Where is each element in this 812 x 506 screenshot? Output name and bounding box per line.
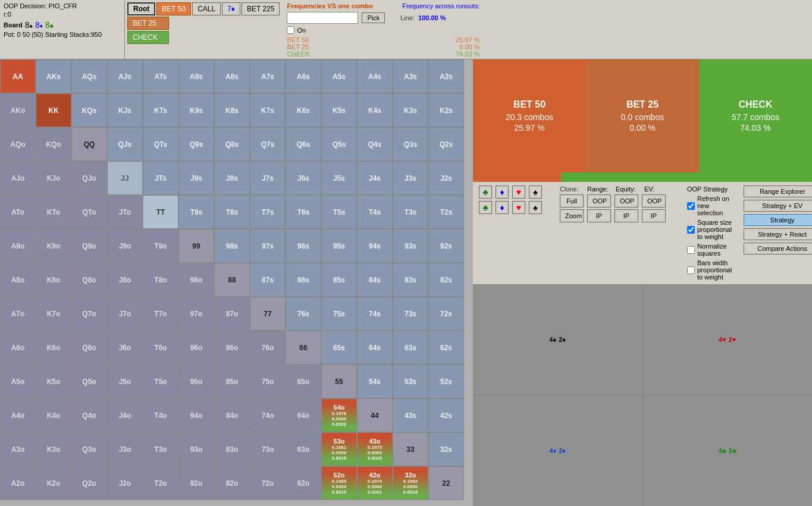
matrix-cell[interactable]: Q4s [357, 127, 393, 161]
matrix-cell[interactable]: A6o [0, 331, 36, 364]
matrix-cell[interactable]: A8s [214, 59, 250, 93]
matrix-cell[interactable]: 92o [178, 466, 214, 500]
matrix-cell[interactable]: J8s [214, 161, 250, 195]
matrix-cell[interactable]: A4s [357, 59, 393, 93]
matrix-cell[interactable]: T5s [321, 195, 357, 229]
matrix-cell[interactable]: TT [143, 195, 178, 229]
matrix-cell[interactable]: T7s [250, 195, 286, 229]
matrix-cell[interactable]: Q3s [393, 127, 428, 161]
matrix-cell[interactable]: T6o [143, 331, 178, 364]
matrix-cell[interactable]: J5s [321, 161, 357, 195]
card-diamond-quadrant[interactable]: 4♦ 2♦ [473, 395, 642, 506]
matrix-cell[interactable]: KQo [36, 127, 71, 161]
full-button[interactable]: Full [560, 194, 584, 208]
matrix-cell[interactable]: KTs [143, 93, 178, 127]
matrix-cell[interactable]: KJo [36, 161, 71, 195]
matrix-cell[interactable]: 84s [357, 263, 393, 297]
matrix-cell[interactable]: 53s [393, 364, 428, 398]
normalize-checkbox[interactable] [687, 246, 695, 254]
matrix-cell[interactable]: JTo [107, 195, 143, 229]
suit-heart-1[interactable]: ♥ [512, 186, 525, 199]
suit-heart-2[interactable]: ♥ [512, 201, 525, 214]
bet225-button[interactable]: BET 225 [242, 2, 280, 15]
matrix-cell[interactable]: QTs [143, 127, 178, 161]
matrix-cell[interactable]: J6o [107, 331, 143, 364]
matrix-cell[interactable]: K6o [36, 331, 71, 364]
matrix-cell[interactable]: 53o0.18810.00000.8019 [321, 432, 357, 466]
matrix-cell[interactable]: 93o [178, 432, 214, 466]
matrix-cell[interactable]: 98s [214, 229, 250, 263]
matrix-cell[interactable]: Q6s [286, 127, 321, 161]
matrix-cell[interactable]: 55 [321, 364, 357, 398]
matrix-cell[interactable]: Q7s [250, 127, 286, 161]
card-spade-quadrant[interactable]: 4♠ 2♠ [473, 284, 642, 395]
strategy-button[interactable]: Strategy [744, 214, 812, 226]
matrix-cell[interactable]: J7o [107, 297, 143, 331]
matrix-cell[interactable]: 65o [286, 364, 321, 398]
matrix-cell[interactable]: A2s [428, 59, 464, 93]
zoom-button[interactable]: Zoom [560, 209, 584, 222]
matrix-cell[interactable]: T8o [143, 263, 178, 297]
matrix-cell[interactable]: ATo [0, 195, 36, 229]
matrix-cell[interactable]: AQs [71, 59, 107, 93]
oop-button-3[interactable]: OOP [642, 194, 666, 208]
bet25-button[interactable]: BET 25 [127, 17, 169, 30]
matrix-cell[interactable]: 95o [178, 364, 214, 398]
matrix-cell[interactable]: 72o [250, 466, 286, 500]
matrix-cell[interactable]: T3s [393, 195, 428, 229]
matrix-cell[interactable]: 98o [178, 263, 214, 297]
matrix-cell[interactable]: K9s [178, 93, 214, 127]
matrix-cell[interactable]: A4o [0, 398, 36, 432]
matrix-cell[interactable]: 54o0.19780.00000.8022 [321, 398, 357, 432]
suit-diamond-2[interactable]: ♦ [496, 201, 509, 214]
matrix-cell[interactable]: 86o [214, 331, 250, 364]
matrix-cell[interactable]: 73o [250, 432, 286, 466]
matrix-cell[interactable]: Q2s [428, 127, 464, 161]
matrix-cell[interactable]: 54s [357, 364, 393, 398]
matrix-cell[interactable]: 83o [214, 432, 250, 466]
matrix-cell[interactable]: 43o0.19750.00000.8025 [357, 432, 393, 466]
matrix-cell[interactable]: 97s [250, 229, 286, 263]
matrix-cell[interactable]: AA [0, 59, 36, 93]
suit-club-2[interactable]: ♣ [479, 201, 492, 214]
matrix-cell[interactable]: J3s [393, 161, 428, 195]
call-button[interactable]: CALL [192, 2, 221, 15]
ip-button-3[interactable]: IP [642, 209, 666, 222]
root-button[interactable]: Root [127, 2, 155, 15]
matrix-cell[interactable]: J5o [107, 364, 143, 398]
suit-diamond-1[interactable]: ♦ [496, 186, 509, 199]
matrix-cell[interactable]: A5o [0, 364, 36, 398]
matrix-cell[interactable]: KK [36, 93, 71, 127]
matrix-cell[interactable]: JTs [143, 161, 178, 195]
bars-width-checkbox[interactable] [687, 266, 695, 274]
matrix-cell[interactable]: KJs [107, 93, 143, 127]
oop-button-2[interactable]: OOP [615, 194, 638, 208]
matrix-cell[interactable]: K3s [393, 93, 428, 127]
matrix-cell[interactable]: A7o [0, 297, 36, 331]
matrix-cell[interactable]: AQo [0, 127, 36, 161]
matrix-cell[interactable]: QJo [71, 161, 107, 195]
matrix-cell[interactable]: T2o [143, 466, 178, 500]
refresh-checkbox[interactable] [687, 202, 695, 210]
matrix-cell[interactable]: Q7o [71, 297, 107, 331]
matrix-cell[interactable]: Q9s [178, 127, 214, 161]
matrix-cell[interactable]: T2s [428, 195, 464, 229]
matrix-cell[interactable]: KTo [36, 195, 71, 229]
matrix-cell[interactable]: 74s [357, 297, 393, 331]
matrix-cell[interactable]: AKs [36, 59, 71, 93]
matrix-cell[interactable]: 52s [428, 364, 464, 398]
matrix-cell[interactable]: 43s [393, 398, 428, 432]
matrix-cell[interactable]: 22 [428, 466, 464, 500]
matrix-cell[interactable]: AJs [107, 59, 143, 93]
matrix-cell[interactable]: 72s [428, 297, 464, 331]
matrix-cell[interactable]: K8o [36, 263, 71, 297]
matrix-cell[interactable]: 87o [214, 297, 250, 331]
matrix-cell[interactable]: Q8o [71, 263, 107, 297]
strategy-ev-button[interactable]: Strategy + EV [744, 200, 812, 212]
matrix-cell[interactable]: 63s [393, 331, 428, 364]
matrix-cell[interactable]: 42o0.19790.00000.8021 [357, 466, 393, 500]
matrix-cell[interactable]: J4o [107, 398, 143, 432]
matrix-cell[interactable]: T9o [143, 229, 178, 263]
matrix-cell[interactable]: 44 [357, 398, 393, 432]
matrix-cell[interactable]: A2o [0, 466, 36, 500]
